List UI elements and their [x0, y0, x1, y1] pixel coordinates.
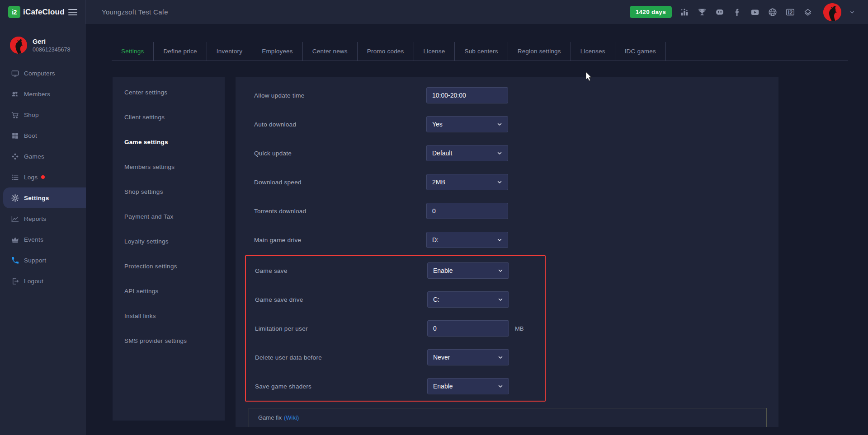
license-days-badge[interactable]: 1420 days	[630, 6, 672, 18]
subnav-item-api-settings[interactable]: API settings	[113, 279, 225, 304]
subnav-item-game-settings[interactable]: Game settings	[113, 130, 225, 154]
settings-subnav: Center settingsClient settingsGame setti…	[113, 77, 225, 421]
subnav-item-client-settings[interactable]: Client settings	[113, 105, 225, 130]
settings-tabs: SettingsDefine priceInventoryEmployeesCe…	[112, 42, 848, 61]
subnav-item-protection-settings[interactable]: Protection settings	[113, 254, 225, 279]
subnav-item-install-links[interactable]: Install links	[113, 304, 225, 328]
sidebar: Geri 008612345678 ComputersMembersShopBo…	[0, 24, 86, 435]
tab-employees[interactable]: Employees	[252, 42, 302, 61]
select-field[interactable]: C:	[427, 291, 509, 308]
game-fix-section: Game fix (Wiki)	[249, 408, 767, 427]
sidebar-item-logs[interactable]: Logs	[0, 167, 86, 187]
user-block[interactable]: Geri 008612345678	[0, 24, 86, 54]
tab-promo-codes[interactable]: Promo codes	[357, 42, 414, 61]
cart-icon	[11, 111, 19, 119]
subnav-item-loyalty-settings[interactable]: Loyalty settings	[113, 229, 225, 254]
field-value: D:	[432, 236, 439, 243]
main-content: SettingsDefine priceInventoryEmployeesCe…	[86, 24, 868, 435]
unit-label: MB	[515, 325, 524, 332]
sidebar-item-boot[interactable]: Boot	[0, 125, 86, 146]
text-input[interactable]: 0	[427, 320, 509, 337]
tab-center-news[interactable]: Center news	[302, 42, 357, 61]
chevron-down-icon	[497, 150, 502, 156]
sidebar-item-games[interactable]: Games	[0, 146, 86, 167]
tab-license[interactable]: License	[414, 42, 455, 61]
user-name: Geri	[33, 38, 70, 45]
tab-idc-games[interactable]: IDC games	[615, 42, 666, 61]
logs-icon	[11, 173, 19, 182]
sidebar-item-label: Logs	[24, 174, 38, 181]
field-label: Game save	[255, 267, 427, 274]
tab-region-settings[interactable]: Region settings	[508, 42, 571, 61]
facebook-icon[interactable]	[732, 7, 742, 17]
sidebar-item-support[interactable]: Support	[0, 250, 86, 271]
chevron-down-icon[interactable]	[849, 9, 855, 15]
sidebar-item-label: Settings	[24, 195, 49, 201]
user-avatar-small	[10, 37, 27, 54]
select-field[interactable]: Enable	[427, 262, 509, 279]
logo-area: i2 iCafeCloud	[0, 0, 86, 24]
chevron-down-icon	[498, 384, 503, 389]
discord-icon[interactable]	[715, 7, 725, 17]
gear-icon	[11, 194, 19, 202]
ranking-icon[interactable]	[679, 7, 689, 17]
sidebar-item-reports[interactable]: Reports	[0, 208, 86, 229]
youtube-icon[interactable]	[750, 7, 760, 17]
trophy-icon[interactable]	[697, 7, 707, 17]
sidebar-item-label: Members	[24, 91, 50, 98]
subnav-item-sms-provider-settings[interactable]: SMS provider settings	[113, 328, 225, 353]
select-field[interactable]: 2MB	[426, 174, 508, 190]
tab-licenses[interactable]: Licenses	[571, 42, 615, 61]
field-label: Delete user data before	[255, 354, 427, 361]
tab-sub-centers[interactable]: Sub centers	[454, 42, 507, 61]
select-field[interactable]: Default	[426, 145, 508, 161]
text-input[interactable]: 0	[426, 203, 508, 219]
subnav-item-payment-and-tax[interactable]: Payment and Tax	[113, 204, 225, 229]
sidebar-item-computers[interactable]: Computers	[0, 63, 86, 84]
globe-icon[interactable]	[768, 7, 778, 17]
user-avatar[interactable]	[823, 3, 841, 21]
field-value: Default	[432, 150, 452, 157]
field-label: Save game shaders	[255, 383, 427, 390]
sidebar-item-events[interactable]: Events	[0, 229, 86, 250]
layers-icon[interactable]	[803, 7, 813, 17]
form-row: Main game drive D:	[236, 225, 778, 254]
field-value: C:	[433, 296, 439, 303]
subnav-item-center-settings[interactable]: Center settings	[113, 80, 225, 105]
select-field[interactable]: Never	[427, 349, 509, 365]
subnav-item-members-settings[interactable]: Members settings	[113, 154, 225, 179]
field-value: 10:00-20:00	[432, 92, 466, 99]
hamburger-menu-icon[interactable]	[68, 9, 77, 17]
select-field[interactable]: Enable	[427, 378, 509, 394]
game-settings-form: Allow update time 10:00-20:00 Auto downl…	[236, 77, 778, 427]
tab-inventory[interactable]: Inventory	[207, 42, 252, 61]
sidebar-item-logout[interactable]: Logout	[0, 271, 86, 291]
form-row: Limitation per user 0MB	[246, 314, 545, 343]
sidebar-item-label: Boot	[24, 132, 37, 139]
icafecloud-i2-icon[interactable]: i2	[785, 7, 795, 17]
sidebar-item-label: Logout	[24, 278, 43, 285]
sidebar-item-members[interactable]: Members	[0, 84, 86, 104]
tab-define-price[interactable]: Define price	[153, 42, 206, 61]
members-icon	[11, 90, 19, 98]
game-fix-label: Game fix	[258, 414, 282, 421]
field-value: 0	[433, 325, 437, 332]
sidebar-item-label: Computers	[24, 70, 55, 77]
select-field[interactable]: Yes	[426, 116, 508, 132]
form-row: Delete user data before Never	[246, 343, 545, 372]
logo-text[interactable]: iCafeCloud	[23, 8, 65, 17]
top-bar: i2 iCafeCloud Youngzsoft Test Cafe 1420 …	[0, 0, 868, 24]
sidebar-item-settings[interactable]: Settings	[3, 187, 86, 208]
topbar-actions: 1420 days i2	[630, 3, 868, 21]
select-field[interactable]: D:	[426, 232, 508, 248]
games-icon	[11, 152, 19, 161]
sidebar-item-shop[interactable]: Shop	[0, 104, 86, 125]
field-value: Enable	[433, 267, 453, 274]
tab-settings[interactable]: Settings	[112, 42, 153, 61]
form-row: Torrents download 0	[236, 196, 778, 225]
icafecloud-logo-icon[interactable]: i2	[8, 6, 20, 18]
subnav-item-shop-settings[interactable]: Shop settings	[113, 179, 225, 204]
game-fix-wiki-link[interactable]: (Wiki)	[284, 414, 299, 421]
sidebar-item-label: Shop	[24, 112, 39, 118]
text-input[interactable]: 10:00-20:00	[426, 87, 508, 103]
